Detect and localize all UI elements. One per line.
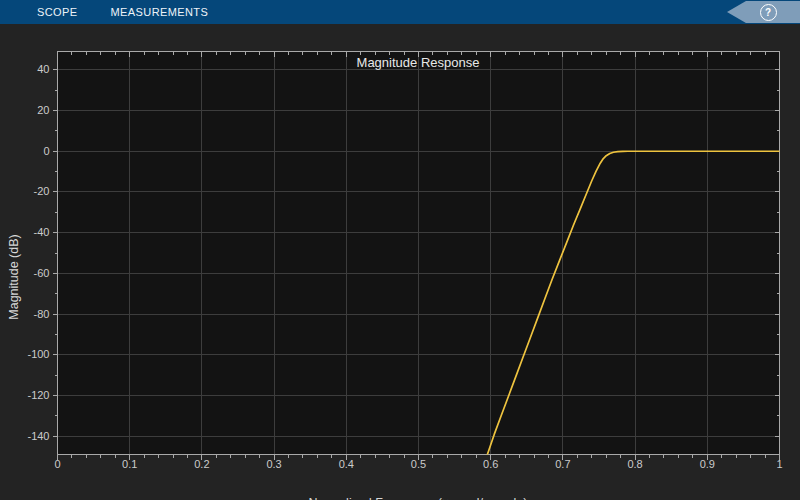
- svg-text:0: 0: [43, 145, 49, 157]
- svg-text:0.4: 0.4: [339, 458, 354, 470]
- magnitude-response-plot[interactable]: 00.10.20.30.40.50.60.70.80.91-140-120-10…: [0, 24, 800, 500]
- svg-text:0: 0: [54, 458, 60, 470]
- y-axis-label: Magnitude (dB): [7, 207, 21, 347]
- filter-scope-window: SCOPE MEASUREMENTS ? 00.10.20.30.40.50.6…: [0, 0, 800, 500]
- svg-text:-140: -140: [27, 430, 49, 442]
- svg-text:-100: -100: [27, 348, 49, 360]
- svg-text:0.1: 0.1: [122, 458, 137, 470]
- svg-text:0.5: 0.5: [411, 458, 426, 470]
- svg-text:0.8: 0.8: [627, 458, 642, 470]
- svg-text:0.2: 0.2: [194, 458, 209, 470]
- svg-text:-20: -20: [34, 185, 50, 197]
- svg-text:1: 1: [776, 458, 782, 470]
- help-button[interactable]: ?: [727, 1, 800, 23]
- svg-text:0.3: 0.3: [266, 458, 281, 470]
- svg-text:-120: -120: [27, 389, 49, 401]
- svg-text:0.9: 0.9: [700, 458, 715, 470]
- plot-title: Magnitude Response: [57, 55, 779, 70]
- svg-text:-40: -40: [34, 226, 50, 238]
- svg-text:0.7: 0.7: [555, 458, 570, 470]
- help-question-icon: ?: [760, 4, 777, 21]
- toolstrip: SCOPE MEASUREMENTS ?: [0, 0, 800, 24]
- svg-text:20: 20: [37, 104, 49, 116]
- svg-text:40: 40: [37, 63, 49, 75]
- tab-measurements[interactable]: MEASUREMENTS: [107, 0, 213, 24]
- x-axis-label: Normalized Frequency (×π rad/sample): [57, 496, 779, 500]
- tab-scope[interactable]: SCOPE: [33, 0, 82, 24]
- svg-text:0.6: 0.6: [483, 458, 498, 470]
- figure-area: 00.10.20.30.40.50.60.70.80.91-140-120-10…: [0, 24, 800, 500]
- svg-text:-60: -60: [34, 267, 50, 279]
- svg-text:-80: -80: [34, 308, 50, 320]
